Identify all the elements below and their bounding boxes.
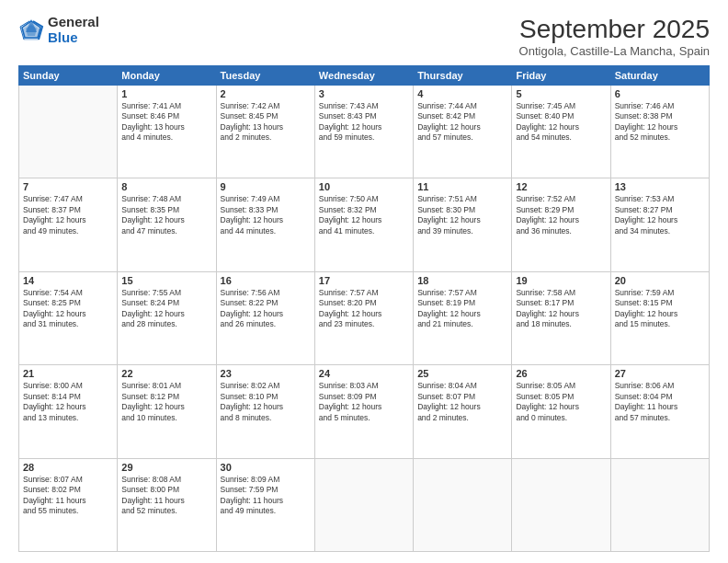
day-number: 13 bbox=[615, 181, 705, 192]
calendar-day-header: Tuesday bbox=[216, 66, 314, 86]
day-info: Sunrise: 7:52 AM Sunset: 8:29 PM Dayligh… bbox=[516, 194, 606, 236]
day-info: Sunrise: 8:06 AM Sunset: 8:04 PM Dayligh… bbox=[615, 381, 705, 423]
calendar-cell: 17Sunrise: 7:57 AM Sunset: 8:20 PM Dayli… bbox=[314, 271, 413, 364]
day-info: Sunrise: 7:46 AM Sunset: 8:38 PM Dayligh… bbox=[615, 101, 705, 144]
calendar-cell: 8Sunrise: 7:48 AM Sunset: 8:35 PM Daylig… bbox=[118, 178, 216, 271]
day-info: Sunrise: 8:07 AM Sunset: 8:02 PM Dayligh… bbox=[23, 475, 113, 517]
day-info: Sunrise: 7:47 AM Sunset: 8:37 PM Dayligh… bbox=[23, 194, 113, 236]
day-number: 11 bbox=[417, 181, 507, 192]
calendar-cell: 4Sunrise: 7:44 AM Sunset: 8:42 PM Daylig… bbox=[414, 86, 512, 178]
day-number: 16 bbox=[221, 275, 311, 286]
day-number: 4 bbox=[417, 88, 507, 99]
day-number: 7 bbox=[23, 181, 113, 192]
calendar-cell: 1Sunrise: 7:41 AM Sunset: 8:46 PM Daylig… bbox=[118, 86, 216, 178]
day-info: Sunrise: 7:44 AM Sunset: 8:42 PM Dayligh… bbox=[417, 101, 507, 144]
day-number: 28 bbox=[23, 462, 113, 473]
calendar-cell: 20Sunrise: 7:59 AM Sunset: 8:15 PM Dayli… bbox=[610, 271, 709, 364]
day-number: 18 bbox=[417, 275, 507, 286]
day-info: Sunrise: 7:53 AM Sunset: 8:27 PM Dayligh… bbox=[615, 194, 705, 236]
calendar-cell bbox=[512, 458, 610, 551]
day-number: 19 bbox=[516, 275, 606, 286]
day-info: Sunrise: 8:02 AM Sunset: 8:10 PM Dayligh… bbox=[221, 381, 311, 423]
calendar-day-header: Thursday bbox=[414, 66, 512, 86]
calendar-cell: 29Sunrise: 8:08 AM Sunset: 8:00 PM Dayli… bbox=[118, 458, 216, 551]
calendar-week-row: 7Sunrise: 7:47 AM Sunset: 8:37 PM Daylig… bbox=[19, 178, 710, 271]
day-info: Sunrise: 7:42 AM Sunset: 8:45 PM Dayligh… bbox=[221, 101, 311, 144]
header: General Blue September 2025 Ontigola, Ca… bbox=[18, 15, 710, 58]
day-number: 22 bbox=[121, 368, 211, 379]
day-number: 10 bbox=[319, 181, 409, 192]
calendar-cell: 30Sunrise: 8:09 AM Sunset: 7:59 PM Dayli… bbox=[216, 458, 314, 551]
day-info: Sunrise: 8:00 AM Sunset: 8:14 PM Dayligh… bbox=[23, 381, 113, 423]
logo-blue: Blue bbox=[48, 30, 99, 46]
day-number: 27 bbox=[615, 368, 705, 379]
day-info: Sunrise: 7:55 AM Sunset: 8:24 PM Dayligh… bbox=[121, 288, 211, 330]
calendar-day-header: Sunday bbox=[19, 66, 118, 86]
day-info: Sunrise: 8:03 AM Sunset: 8:09 PM Dayligh… bbox=[319, 381, 409, 423]
logo-general: General bbox=[48, 15, 99, 30]
logo-text: General Blue bbox=[48, 15, 99, 45]
day-number: 12 bbox=[516, 181, 606, 192]
calendar-cell: 27Sunrise: 8:06 AM Sunset: 8:04 PM Dayli… bbox=[610, 365, 709, 458]
day-number: 20 bbox=[615, 275, 705, 286]
day-info: Sunrise: 7:45 AM Sunset: 8:40 PM Dayligh… bbox=[516, 101, 606, 144]
calendar-cell: 23Sunrise: 8:02 AM Sunset: 8:10 PM Dayli… bbox=[216, 365, 314, 458]
day-info: Sunrise: 7:59 AM Sunset: 8:15 PM Dayligh… bbox=[615, 288, 705, 330]
calendar-cell: 3Sunrise: 7:43 AM Sunset: 8:43 PM Daylig… bbox=[314, 86, 413, 178]
day-info: Sunrise: 8:04 AM Sunset: 8:07 PM Dayligh… bbox=[417, 381, 507, 423]
day-info: Sunrise: 7:43 AM Sunset: 8:43 PM Dayligh… bbox=[319, 101, 409, 144]
calendar-week-row: 21Sunrise: 8:00 AM Sunset: 8:14 PM Dayli… bbox=[19, 365, 710, 458]
calendar-day-header: Monday bbox=[118, 66, 216, 86]
calendar-cell: 15Sunrise: 7:55 AM Sunset: 8:24 PM Dayli… bbox=[118, 271, 216, 364]
day-number: 30 bbox=[221, 462, 311, 473]
calendar-header-row: SundayMondayTuesdayWednesdayThursdayFrid… bbox=[19, 66, 710, 86]
day-number: 6 bbox=[615, 88, 705, 99]
calendar-cell: 5Sunrise: 7:45 AM Sunset: 8:40 PM Daylig… bbox=[512, 86, 610, 178]
calendar-cell: 10Sunrise: 7:50 AM Sunset: 8:32 PM Dayli… bbox=[314, 178, 413, 271]
day-info: Sunrise: 7:49 AM Sunset: 8:33 PM Dayligh… bbox=[221, 194, 311, 236]
day-number: 24 bbox=[319, 368, 409, 379]
day-info: Sunrise: 7:54 AM Sunset: 8:25 PM Dayligh… bbox=[23, 288, 113, 330]
calendar-cell: 21Sunrise: 8:00 AM Sunset: 8:14 PM Dayli… bbox=[19, 365, 118, 458]
calendar-cell: 25Sunrise: 8:04 AM Sunset: 8:07 PM Dayli… bbox=[414, 365, 512, 458]
logo: General Blue bbox=[18, 15, 99, 45]
day-info: Sunrise: 8:05 AM Sunset: 8:05 PM Dayligh… bbox=[516, 381, 606, 423]
day-info: Sunrise: 7:41 AM Sunset: 8:46 PM Dayligh… bbox=[121, 101, 211, 144]
calendar-day-header: Saturday bbox=[610, 66, 709, 86]
day-number: 14 bbox=[23, 275, 113, 286]
day-info: Sunrise: 7:50 AM Sunset: 8:32 PM Dayligh… bbox=[319, 194, 409, 236]
calendar-cell bbox=[610, 458, 709, 551]
title-block: September 2025 Ontigola, Castille-La Man… bbox=[519, 15, 710, 58]
day-number: 29 bbox=[121, 462, 211, 473]
logo-icon bbox=[18, 17, 44, 43]
day-info: Sunrise: 7:57 AM Sunset: 8:20 PM Dayligh… bbox=[319, 288, 409, 330]
calendar-week-row: 28Sunrise: 8:07 AM Sunset: 8:02 PM Dayli… bbox=[19, 458, 710, 551]
day-number: 25 bbox=[417, 368, 507, 379]
day-number: 15 bbox=[121, 275, 211, 286]
calendar-cell: 28Sunrise: 8:07 AM Sunset: 8:02 PM Dayli… bbox=[19, 458, 118, 551]
day-number: 1 bbox=[121, 88, 211, 99]
day-number: 21 bbox=[23, 368, 113, 379]
day-info: Sunrise: 7:51 AM Sunset: 8:30 PM Dayligh… bbox=[417, 194, 507, 236]
day-info: Sunrise: 7:56 AM Sunset: 8:22 PM Dayligh… bbox=[221, 288, 311, 330]
day-number: 9 bbox=[221, 181, 311, 192]
calendar-day-header: Friday bbox=[512, 66, 610, 86]
day-info: Sunrise: 8:09 AM Sunset: 7:59 PM Dayligh… bbox=[221, 475, 311, 517]
calendar-cell: 7Sunrise: 7:47 AM Sunset: 8:37 PM Daylig… bbox=[19, 178, 118, 271]
calendar-cell: 26Sunrise: 8:05 AM Sunset: 8:05 PM Dayli… bbox=[512, 365, 610, 458]
calendar-cell: 13Sunrise: 7:53 AM Sunset: 8:27 PM Dayli… bbox=[610, 178, 709, 271]
calendar-cell bbox=[19, 86, 118, 178]
day-number: 17 bbox=[319, 275, 409, 286]
day-number: 5 bbox=[516, 88, 606, 99]
calendar-cell: 2Sunrise: 7:42 AM Sunset: 8:45 PM Daylig… bbox=[216, 86, 314, 178]
calendar-day-header: Wednesday bbox=[314, 66, 413, 86]
calendar-cell: 12Sunrise: 7:52 AM Sunset: 8:29 PM Dayli… bbox=[512, 178, 610, 271]
location: Ontigola, Castille-La Mancha, Spain bbox=[519, 44, 710, 58]
calendar-cell: 6Sunrise: 7:46 AM Sunset: 8:38 PM Daylig… bbox=[610, 86, 709, 178]
page: General Blue September 2025 Ontigola, Ca… bbox=[0, 0, 728, 563]
calendar-cell bbox=[414, 458, 512, 551]
day-info: Sunrise: 7:48 AM Sunset: 8:35 PM Dayligh… bbox=[121, 194, 211, 236]
day-number: 23 bbox=[221, 368, 311, 379]
calendar-cell: 24Sunrise: 8:03 AM Sunset: 8:09 PM Dayli… bbox=[314, 365, 413, 458]
month-title: September 2025 bbox=[519, 15, 710, 44]
